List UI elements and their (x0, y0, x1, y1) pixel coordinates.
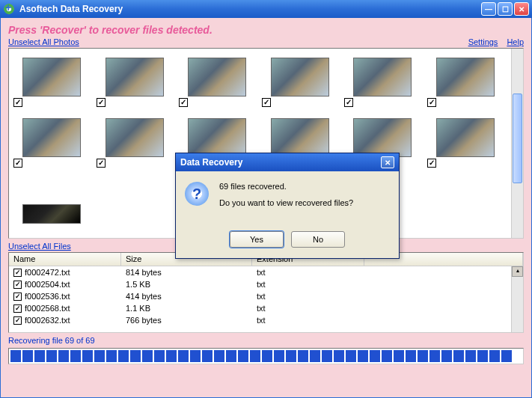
dialog-close-button[interactable]: ✕ (381, 156, 394, 168)
photo-item[interactable] (97, 114, 177, 173)
top-links: Unselect All Photos Settings Help (8, 37, 524, 46)
file-checkbox[interactable] (13, 304, 22, 313)
photo-checkbox[interactable] (179, 98, 188, 107)
photo-item[interactable] (97, 53, 177, 111)
file-row[interactable]: f0002472.txt 814 bytes txt (9, 266, 523, 278)
help-link[interactable]: Help (507, 37, 524, 46)
photo-thumbnail (353, 118, 412, 157)
maximize-button[interactable]: ☐ (498, 2, 513, 16)
unselect-all-files-link[interactable]: Unselect All Files (8, 242, 71, 251)
column-name[interactable]: Name (9, 253, 121, 266)
file-size: 766 bytes (121, 316, 252, 325)
dialog-titlebar: Data Recovery ✕ (176, 153, 399, 171)
file-checkbox[interactable] (13, 281, 22, 289)
photo-thumbnail (271, 118, 329, 157)
file-size: 1.1 KB (121, 304, 252, 313)
photo-item[interactable] (13, 175, 94, 233)
file-name: f0002536.txt (25, 292, 70, 301)
photo-item[interactable] (13, 53, 94, 111)
file-row[interactable]: f0002536.txt 414 bytes txt (9, 290, 523, 302)
photo-item[interactable] (13, 114, 94, 173)
app-icon (3, 3, 15, 15)
minimize-button[interactable]: — (481, 2, 496, 16)
photo-item[interactable] (427, 114, 507, 173)
photo-thumbnail (188, 118, 246, 157)
close-button[interactable]: ✕ (514, 2, 529, 16)
file-name: f0002504.txt (25, 280, 70, 289)
dialog-body: ? 69 files recovered. Do you want to vie… (176, 171, 399, 225)
photo-checkbox[interactable] (344, 98, 353, 107)
photo-thumbnail (436, 58, 495, 97)
photo-item[interactable] (344, 53, 424, 111)
question-icon: ? (185, 182, 209, 206)
photo-checkbox[interactable] (97, 98, 106, 107)
photo-checkbox[interactable] (427, 159, 436, 168)
instruction-text: Press 'Recover' to recover files detecte… (8, 24, 524, 36)
unselect-all-photos-link[interactable]: Unselect All Photos (8, 37, 79, 46)
photo-thumbnail (22, 204, 81, 224)
file-ext: txt (252, 304, 364, 313)
photo-checkbox[interactable] (13, 98, 22, 107)
file-row[interactable]: f0002632.txt 766 bytes txt (9, 314, 523, 326)
progress-bar (8, 348, 524, 364)
file-name: f0002568.txt (25, 304, 70, 313)
file-ext: txt (252, 268, 364, 277)
file-name: f0002472.txt (25, 268, 70, 277)
file-size: 414 bytes (121, 292, 252, 301)
app-title: Asoftech Data Recovery (19, 4, 481, 14)
file-name: f0002632.txt (25, 316, 70, 325)
file-row[interactable]: f0002568.txt 1.1 KB txt (9, 302, 523, 314)
photo-checkbox[interactable] (13, 159, 22, 168)
photo-scrollbar[interactable] (511, 49, 523, 238)
file-size: 1.5 KB (121, 280, 252, 289)
photo-thumbnail (106, 118, 164, 157)
photo-thumbnail (436, 118, 495, 157)
dialog-message-2: Do you want to view recovered files? (219, 198, 353, 207)
photo-thumbnail (106, 58, 164, 97)
files-body: f0002472.txt 814 bytes txt f0002504.txt … (9, 266, 523, 332)
progress-label: Recovering file 69 of 69 (8, 336, 524, 345)
file-checkbox[interactable] (13, 293, 22, 301)
file-checkbox[interactable] (13, 269, 22, 277)
photo-thumbnail (353, 58, 412, 97)
file-ext: txt (252, 292, 364, 301)
scrollbar-thumb[interactable] (513, 94, 522, 183)
photo-item[interactable] (179, 53, 259, 111)
photo-checkbox[interactable] (427, 98, 436, 107)
photo-thumbnail (271, 58, 329, 97)
file-ext: txt (252, 280, 364, 289)
dialog-data-recovery: Data Recovery ✕ ? 69 files recovered. Do… (175, 153, 400, 259)
photo-thumbnail (22, 58, 81, 97)
titlebar: Asoftech Data Recovery — ☐ ✕ (0, 0, 532, 18)
files-panel: Name Size Extension f0002472.txt 814 byt… (8, 252, 524, 333)
files-scrollbar[interactable]: ▴ (511, 266, 523, 332)
photo-item[interactable] (427, 53, 507, 111)
settings-link[interactable]: Settings (468, 37, 498, 46)
file-ext: txt (252, 316, 364, 325)
window-controls: — ☐ ✕ (481, 2, 529, 16)
photo-thumbnail (188, 58, 246, 97)
photo-item[interactable] (262, 53, 342, 111)
scroll-up-icon[interactable]: ▴ (512, 266, 523, 277)
photo-thumbnail (22, 118, 81, 157)
file-checkbox[interactable] (13, 316, 22, 325)
file-row[interactable]: f0002504.txt 1.5 KB txt (9, 278, 523, 290)
no-button[interactable]: No (291, 231, 345, 248)
photo-checkbox[interactable] (262, 98, 271, 107)
file-size: 814 bytes (121, 268, 252, 277)
photo-checkbox[interactable] (97, 159, 106, 168)
dialog-message-1: 69 files recovered. (219, 182, 353, 191)
yes-button[interactable]: Yes (230, 231, 284, 248)
dialog-title-text: Data Recovery (180, 157, 381, 168)
dialog-buttons: Yes No (176, 225, 399, 258)
dialog-messages: 69 files recovered. Do you want to view … (219, 182, 353, 215)
